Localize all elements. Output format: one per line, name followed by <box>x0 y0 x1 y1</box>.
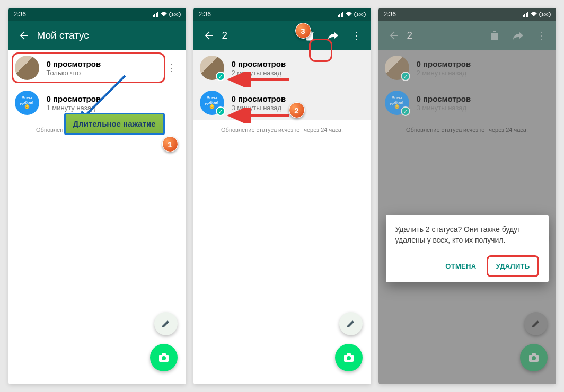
svg-point-10 <box>532 356 536 360</box>
selection-count: 2 <box>407 30 413 41</box>
check-icon: ✓ <box>401 106 410 116</box>
arrow-icon <box>225 108 294 123</box>
pencil-icon <box>346 318 356 329</box>
forward-button[interactable] <box>321 24 345 47</box>
pencil-icon <box>161 318 171 329</box>
svg-rect-3 <box>162 353 166 355</box>
avatar-photo: ✓ <box>200 56 224 80</box>
edit-fab[interactable] <box>339 312 363 335</box>
forward-icon <box>327 31 339 40</box>
back-button[interactable] <box>12 24 35 47</box>
more-button[interactable]: ⋮ <box>345 24 368 47</box>
page-title: Мой статус <box>37 30 89 41</box>
highlight-confirm: УДАЛИТЬ <box>487 255 539 277</box>
back-button[interactable] <box>197 24 220 47</box>
screen-3: 2:36 100 2 ⋮ ✓ 0 просмотров 2 минут <box>378 8 556 384</box>
dialog-text: Удалить 2 статуса? Они также будут удале… <box>395 224 539 246</box>
avatar-photo <box>15 56 39 80</box>
status-bar: 2:36 100 <box>193 8 371 21</box>
status-time: 2:36 <box>384 11 396 18</box>
arrow-icon <box>225 72 294 87</box>
camera-fab[interactable] <box>520 344 548 371</box>
signal-icon <box>153 12 158 17</box>
content: ✓ 0 просмотров 2 минуты назад Всем добра… <box>378 50 556 384</box>
avatar-blue: Всем добра!😊 ✓ <box>200 91 224 115</box>
step-badge-2: 2 <box>289 102 305 118</box>
content: ✓ 0 просмотров 2 минуты назад Всем добра… <box>193 50 371 384</box>
svg-rect-11 <box>532 353 536 355</box>
edit-fab[interactable] <box>154 312 178 335</box>
avatar-photo: ✓ <box>385 56 409 80</box>
status-row-2: Всем добра!😊 ✓ 0 просмотров 3 минуты наз… <box>378 85 556 120</box>
top-bar: 2 ⋮ <box>193 21 371 50</box>
row-title: 0 просмотров <box>232 94 365 103</box>
pencil-icon <box>531 318 541 329</box>
delete-button[interactable] <box>483 24 506 47</box>
svg-rect-8 <box>347 353 351 355</box>
avatar-blue: Всем добра!😊 ✓ <box>385 91 409 115</box>
wifi-icon <box>530 12 537 17</box>
wifi-icon <box>160 12 168 17</box>
camera-icon <box>157 351 170 364</box>
status-bar: 2:36 100 <box>8 8 186 21</box>
arrow-left-icon <box>203 30 214 41</box>
battery-icon: 100 <box>539 12 550 17</box>
camera-icon <box>527 351 540 364</box>
confirm-dialog: Удалить 2 статуса? Они также будут удале… <box>386 215 549 282</box>
top-bar: 2 ⋮ <box>378 21 556 50</box>
svg-point-7 <box>347 356 351 360</box>
camera-icon <box>342 351 355 364</box>
status-bar: 2:36 100 <box>378 8 556 21</box>
status-time: 2:36 <box>14 11 26 18</box>
camera-fab[interactable] <box>150 344 178 371</box>
step-badge-1: 1 <box>162 136 178 152</box>
camera-fab[interactable] <box>335 344 363 371</box>
screen-2: 2:36 100 2 ⋮ 3 ✓ 0 просмотров <box>193 8 371 384</box>
more-button[interactable]: ⋮ <box>164 62 180 74</box>
arrow-left-icon <box>388 30 399 41</box>
row-title: 0 просмотров <box>417 94 550 103</box>
step-badge-3: 3 <box>295 23 311 39</box>
status-icons: 100 <box>338 12 365 17</box>
top-bar: Мой статус <box>8 21 186 50</box>
check-icon: ✓ <box>401 72 410 81</box>
check-icon: ✓ <box>216 106 225 116</box>
row-title: 0 просмотров <box>232 59 365 68</box>
trash-icon <box>490 30 499 41</box>
battery-icon: 100 <box>169 12 180 17</box>
wifi-icon <box>345 12 352 17</box>
row-subtitle: 2 минуты назад <box>417 69 550 77</box>
row-title: 0 просмотров <box>417 59 550 68</box>
edit-fab[interactable] <box>524 312 548 335</box>
signal-icon <box>338 12 343 17</box>
signal-icon <box>523 12 528 17</box>
battery-icon: 100 <box>354 12 365 17</box>
footer-note: Обновление статуса исчезнет через 24 час… <box>378 120 556 139</box>
arrow-left-icon <box>18 30 29 41</box>
dialog-confirm-button[interactable]: УДАЛИТЬ <box>490 258 535 274</box>
status-icons: 100 <box>523 12 550 17</box>
callout-label: Длительное нажатие <box>64 113 165 135</box>
row-title: 0 просмотров <box>47 59 164 68</box>
selection-count: 2 <box>222 30 228 41</box>
status-row-1: ✓ 0 просмотров 2 минуты назад <box>378 50 556 85</box>
avatar-blue: Всем добра!😊 <box>15 91 39 115</box>
dialog-cancel-button[interactable]: ОТМЕНА <box>440 255 481 277</box>
more-button[interactable]: ⋮ <box>530 24 553 47</box>
row-subtitle: 3 минуты назад <box>417 104 550 112</box>
forward-button[interactable] <box>506 24 530 47</box>
back-button[interactable] <box>382 24 405 47</box>
forward-icon <box>512 31 524 40</box>
svg-point-2 <box>162 356 166 360</box>
status-icons: 100 <box>153 12 180 17</box>
status-time: 2:36 <box>199 11 211 18</box>
content: 0 просмотров Только что ⋮ Всем добра!😊 0… <box>8 50 186 384</box>
check-icon: ✓ <box>216 72 225 81</box>
screen-1: 2:36 100 Мой статус 0 просмотров Только … <box>8 8 186 384</box>
